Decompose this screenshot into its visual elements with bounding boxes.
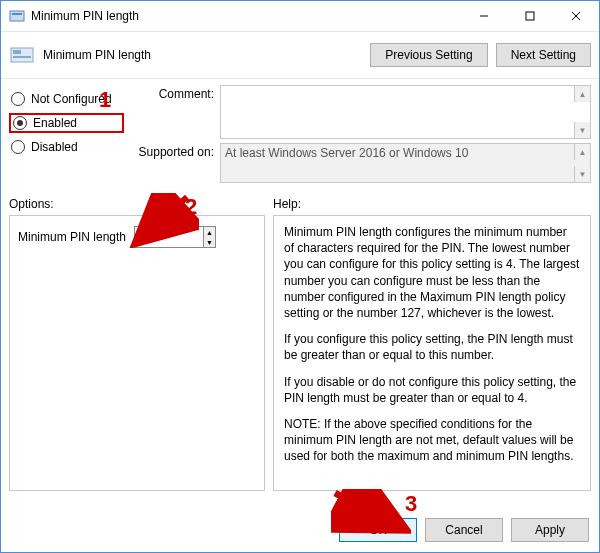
radio-enabled[interactable]: Enabled <box>9 113 124 133</box>
min-pin-length-input[interactable] <box>135 227 203 247</box>
scroll-down-icon: ▼ <box>574 166 590 182</box>
options-panel: Minimum PIN length ▲ ▼ <box>9 215 265 491</box>
scrollbar[interactable]: ▲▼ <box>574 86 590 138</box>
svg-rect-3 <box>526 12 534 20</box>
radio-label: Enabled <box>33 116 77 130</box>
help-column: Help: Minimum PIN length configures the … <box>273 191 591 491</box>
annotation-number: 3 <box>405 491 417 516</box>
lower-area: Options: Minimum PIN length ▲ ▼ Help: <box>1 191 599 491</box>
help-paragraph: If you configure this policy setting, th… <box>284 331 580 363</box>
supported-on-value: At least Windows Server 2016 or Windows … <box>225 146 468 160</box>
minimize-button[interactable] <box>461 1 507 31</box>
comment-label: Comment: <box>124 85 220 139</box>
policy-icon <box>9 44 37 66</box>
svg-rect-0 <box>10 11 24 21</box>
scroll-up-icon: ▲ <box>574 86 590 102</box>
config-area: Not Configured Enabled Disabled Comment:… <box>1 79 599 191</box>
comment-textarea[interactable]: ▲▼ <box>220 85 591 139</box>
titlebar: Minimum PIN length <box>1 1 599 32</box>
window-frame: Minimum PIN length Minimum PIN length Pr… <box>0 0 600 553</box>
close-button[interactable] <box>553 1 599 31</box>
annotation-3: 3 <box>405 491 417 517</box>
radio-disabled[interactable]: Disabled <box>9 139 124 155</box>
apply-button[interactable]: Apply <box>511 518 589 542</box>
next-setting-button[interactable]: Next Setting <box>496 43 591 67</box>
policy-name-header: Minimum PIN length <box>43 48 151 62</box>
option-label: Minimum PIN length <box>18 230 126 244</box>
radio-label: Disabled <box>31 140 78 154</box>
svg-rect-1 <box>12 13 22 15</box>
config-right: Comment: ▲▼ Supported on: At least Windo… <box>124 85 591 187</box>
scroll-up-icon: ▲ <box>574 144 590 160</box>
help-paragraph: If you disable or do not configure this … <box>284 374 580 406</box>
options-column: Options: Minimum PIN length ▲ ▼ <box>9 191 265 491</box>
radio-icon <box>13 116 27 130</box>
radio-not-configured[interactable]: Not Configured <box>9 91 124 107</box>
radio-icon <box>11 92 25 106</box>
spinner-down-icon[interactable]: ▼ <box>204 237 215 247</box>
help-panel: Minimum PIN length configures the minimu… <box>273 215 591 491</box>
options-label: Options: <box>9 197 265 211</box>
radio-icon <box>11 140 25 154</box>
option-row-min-pin: Minimum PIN length ▲ ▼ <box>18 226 256 248</box>
min-pin-length-spinner[interactable]: ▲ ▼ <box>134 226 216 248</box>
scrollbar[interactable]: ▲▼ <box>574 144 590 182</box>
cancel-button[interactable]: Cancel <box>425 518 503 542</box>
supported-on-value-box: At least Windows Server 2016 or Windows … <box>220 143 591 183</box>
supported-on-label: Supported on: <box>124 143 220 183</box>
maximize-button[interactable] <box>507 1 553 31</box>
header-row: Minimum PIN length Previous Setting Next… <box>1 32 599 79</box>
scroll-down-icon: ▼ <box>574 122 590 138</box>
footer-buttons: OK Cancel Apply <box>331 518 589 542</box>
help-label: Help: <box>273 197 591 211</box>
state-radio-group: Not Configured Enabled Disabled <box>9 85 124 187</box>
window-title: Minimum PIN length <box>31 9 139 23</box>
ok-button[interactable]: OK <box>339 518 417 542</box>
previous-setting-button[interactable]: Previous Setting <box>370 43 487 67</box>
svg-line-10 <box>335 493 389 521</box>
svg-rect-7 <box>13 50 21 54</box>
radio-label: Not Configured <box>31 92 112 106</box>
spinner-up-icon[interactable]: ▲ <box>204 227 215 237</box>
app-icon <box>9 8 25 24</box>
svg-rect-8 <box>13 56 31 58</box>
help-paragraph: NOTE: If the above specified conditions … <box>284 416 580 465</box>
help-paragraph: Minimum PIN length configures the minimu… <box>284 224 580 321</box>
